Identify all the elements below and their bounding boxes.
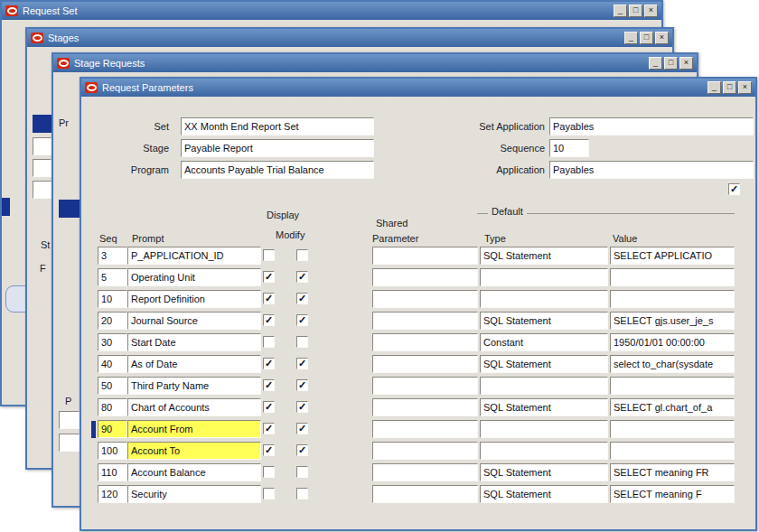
- value-field[interactable]: SELECT gjs.user_je_s: [610, 312, 735, 330]
- value-field[interactable]: 1950/01/01 00:00:00: [610, 333, 735, 351]
- minimize-icon[interactable]: _: [707, 81, 721, 94]
- modify-checkbox[interactable]: ✓: [296, 314, 308, 326]
- display-checkbox[interactable]: ✓: [263, 423, 275, 434]
- seq-field[interactable]: 50: [98, 377, 127, 395]
- close-icon[interactable]: ×: [655, 32, 669, 44]
- type-field[interactable]: SQL Statement: [480, 398, 608, 416]
- display-checkbox[interactable]: ✓: [263, 293, 275, 304]
- shared-parameter-field[interactable]: [372, 312, 478, 330]
- titlebar-stages[interactable]: Stages _ □ ×: [27, 29, 672, 47]
- close-icon[interactable]: ×: [738, 81, 752, 94]
- seq-field[interactable]: 3: [98, 247, 127, 265]
- shared-parameter-field[interactable]: [372, 398, 478, 416]
- value-field[interactable]: SELECT gl.chart_of_a: [610, 398, 735, 416]
- value-field[interactable]: [610, 268, 735, 286]
- display-checkbox[interactable]: ✓: [263, 379, 275, 391]
- type-field[interactable]: SQL Statement: [480, 247, 608, 265]
- display-checkbox[interactable]: ✓: [263, 271, 275, 283]
- minimize-icon[interactable]: _: [624, 32, 638, 44]
- seq-field[interactable]: 120: [98, 485, 127, 503]
- shared-parameter-field[interactable]: [372, 377, 478, 395]
- stage-field[interactable]: Payable Report: [181, 139, 374, 157]
- value-field[interactable]: [610, 290, 735, 308]
- maximize-icon[interactable]: □: [664, 57, 678, 70]
- value-field[interactable]: [610, 377, 735, 395]
- seq-field[interactable]: 5: [98, 268, 127, 286]
- prompt-field[interactable]: Journal Source: [127, 312, 261, 330]
- set-field[interactable]: XX Month End Report Set: [181, 117, 374, 135]
- seq-field[interactable]: 80: [98, 398, 127, 416]
- value-field[interactable]: SELECT APPLICATIO: [610, 247, 735, 265]
- maximize-icon[interactable]: □: [629, 5, 642, 17]
- modify-checkbox[interactable]: ✓: [296, 423, 308, 434]
- modify-checkbox[interactable]: ✓: [296, 444, 308, 456]
- type-field[interactable]: [480, 377, 608, 395]
- modify-checkbox[interactable]: [296, 488, 308, 499]
- shared-parameter-field[interactable]: [372, 463, 478, 481]
- application-field[interactable]: Payables: [549, 161, 754, 179]
- close-icon[interactable]: ×: [644, 5, 658, 17]
- type-field[interactable]: SQL Statement: [480, 355, 608, 373]
- display-checkbox[interactable]: ✓: [263, 401, 275, 413]
- sequence-field[interactable]: 10: [549, 139, 589, 157]
- display-checkbox[interactable]: ✓: [263, 314, 275, 326]
- prompt-field[interactable]: As of Date: [127, 355, 261, 373]
- set-application-field[interactable]: Payables: [549, 117, 754, 135]
- display-checkbox[interactable]: [263, 336, 275, 348]
- prompt-field[interactable]: Account To: [127, 442, 261, 460]
- prompt-field[interactable]: Security: [127, 485, 261, 503]
- type-field[interactable]: SQL Statement: [480, 485, 608, 503]
- shared-parameter-field[interactable]: [372, 355, 478, 373]
- field-fragment[interactable]: [33, 159, 52, 177]
- shared-parameter-field[interactable]: [372, 268, 478, 286]
- display-checkbox[interactable]: [263, 488, 275, 499]
- type-field[interactable]: [480, 268, 608, 286]
- minimize-icon[interactable]: _: [614, 5, 627, 17]
- prompt-field[interactable]: Chart of Accounts: [127, 398, 261, 416]
- modify-checkbox[interactable]: ✓: [296, 358, 308, 369]
- modify-checkbox[interactable]: ✓: [296, 379, 308, 391]
- prompt-field[interactable]: Report Definition: [127, 290, 261, 308]
- value-field[interactable]: [610, 420, 735, 438]
- modify-checkbox[interactable]: [296, 249, 308, 261]
- minimize-icon[interactable]: _: [649, 57, 662, 70]
- prompt-field[interactable]: Account Balance: [127, 463, 261, 481]
- value-field[interactable]: SELECT meaning F: [610, 485, 735, 503]
- field-fragment[interactable]: [33, 137, 52, 155]
- display-checkbox[interactable]: ✓: [263, 444, 275, 456]
- modify-checkbox[interactable]: ✓: [296, 271, 308, 283]
- value-field[interactable]: [610, 442, 735, 460]
- seq-field[interactable]: 10: [98, 290, 127, 308]
- field-fragment[interactable]: [59, 411, 80, 429]
- type-field[interactable]: SQL Statement: [480, 463, 608, 481]
- display-checkbox[interactable]: ✓: [263, 358, 275, 369]
- shared-parameter-field[interactable]: [372, 247, 478, 265]
- display-checkbox[interactable]: [263, 466, 275, 478]
- shared-parameter-field[interactable]: [372, 485, 478, 503]
- type-field[interactable]: [480, 420, 608, 438]
- prompt-field[interactable]: Account From: [127, 420, 261, 438]
- value-field[interactable]: SELECT meaning FR: [610, 463, 735, 481]
- titlebar-stage-requests[interactable]: Stage Requests _ □ ×: [53, 54, 697, 72]
- prompt-field[interactable]: Third Party Name: [127, 377, 261, 395]
- seq-field[interactable]: 100: [98, 442, 127, 460]
- modify-checkbox[interactable]: ✓: [296, 401, 308, 413]
- seq-field[interactable]: 110: [98, 463, 127, 481]
- seq-field[interactable]: 30: [98, 333, 127, 351]
- maximize-icon[interactable]: □: [723, 81, 736, 94]
- seq-field[interactable]: 20: [98, 312, 127, 330]
- seq-field[interactable]: 90: [98, 420, 127, 438]
- titlebar-request-set[interactable]: Request Set _ □ ×: [2, 2, 661, 20]
- shared-parameter-field[interactable]: [372, 442, 478, 460]
- shared-parameter-field[interactable]: [372, 420, 478, 438]
- display-checkbox[interactable]: [263, 249, 275, 261]
- prompt-field[interactable]: P_APPLICATION_ID: [127, 247, 261, 265]
- close-icon[interactable]: ×: [679, 57, 693, 70]
- type-field[interactable]: SQL Statement: [480, 312, 608, 330]
- type-field[interactable]: [480, 290, 608, 308]
- value-field[interactable]: select to_char(sysdate: [610, 355, 735, 373]
- maximize-icon[interactable]: □: [640, 32, 653, 44]
- titlebar-request-parameters[interactable]: Request Parameters _ □ ×: [81, 79, 755, 97]
- seq-field[interactable]: 40: [98, 355, 127, 373]
- modify-checkbox[interactable]: [296, 466, 308, 478]
